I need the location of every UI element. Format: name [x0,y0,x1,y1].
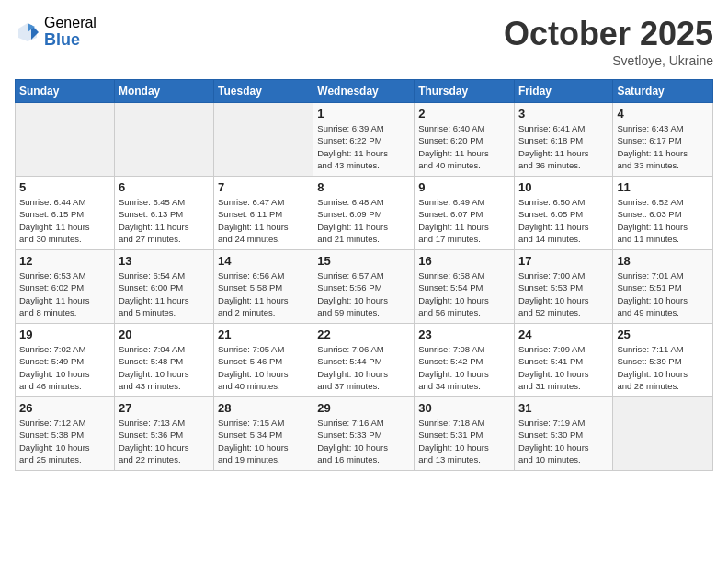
day-info: Sunrise: 7:15 AM Sunset: 5:34 PM Dayligh… [218,417,309,465]
day-info: Sunrise: 7:13 AM Sunset: 5:36 PM Dayligh… [119,417,210,465]
day-info: Sunrise: 6:52 AM Sunset: 6:03 PM Dayligh… [617,196,709,245]
day-info: Sunrise: 7:11 AM Sunset: 5:39 PM Dayligh… [617,343,709,392]
calendar-cell: 21Sunrise: 7:05 AM Sunset: 5:46 PM Dayli… [214,324,313,397]
day-info: Sunrise: 7:00 AM Sunset: 5:53 PM Dayligh… [518,270,609,318]
calendar-cell: 29Sunrise: 7:16 AM Sunset: 5:33 PM Dayli… [313,397,415,471]
day-number: 26 [19,401,110,415]
day-info: Sunrise: 7:18 AM Sunset: 5:31 PM Dayligh… [418,417,510,465]
day-number: 24 [518,327,609,341]
weekday-header-thursday: Thursday [415,80,515,103]
day-number: 14 [218,254,309,268]
calendar-cell: 7Sunrise: 6:47 AM Sunset: 6:11 PM Daylig… [214,177,313,250]
day-info: Sunrise: 7:06 AM Sunset: 5:44 PM Dayligh… [317,343,410,392]
calendar-cell: 24Sunrise: 7:09 AM Sunset: 5:41 PM Dayli… [514,324,612,397]
day-number: 4 [617,107,709,121]
day-number: 11 [617,180,709,194]
day-number: 21 [218,327,309,341]
day-info: Sunrise: 6:54 AM Sunset: 6:00 PM Dayligh… [119,270,210,318]
weekday-header-saturday: Saturday [613,80,713,103]
day-info: Sunrise: 6:39 AM Sunset: 6:22 PM Dayligh… [317,122,410,171]
calendar-week-1: 1Sunrise: 6:39 AM Sunset: 6:22 PM Daylig… [16,103,713,177]
title-area: October 2025 Svetloye, Ukraine [504,15,713,68]
calendar-cell: 17Sunrise: 7:00 AM Sunset: 5:53 PM Dayli… [514,250,612,324]
calendar-cell: 13Sunrise: 6:54 AM Sunset: 6:00 PM Dayli… [114,250,213,324]
day-number: 8 [317,180,410,194]
calendar-cell: 23Sunrise: 7:08 AM Sunset: 5:42 PM Dayli… [415,324,515,397]
calendar-week-3: 12Sunrise: 6:53 AM Sunset: 6:02 PM Dayli… [16,250,713,324]
calendar-cell [613,397,713,471]
weekday-header-row: SundayMondayTuesdayWednesdayThursdayFrid… [16,80,713,103]
calendar-cell: 25Sunrise: 7:11 AM Sunset: 5:39 PM Dayli… [613,324,713,397]
calendar-cell: 12Sunrise: 6:53 AM Sunset: 6:02 PM Dayli… [16,250,115,324]
day-info: Sunrise: 6:41 AM Sunset: 6:18 PM Dayligh… [518,122,609,171]
day-info: Sunrise: 7:19 AM Sunset: 5:30 PM Dayligh… [518,417,609,465]
day-number: 10 [518,180,609,194]
calendar-cell: 2Sunrise: 6:40 AM Sunset: 6:20 PM Daylig… [415,103,515,177]
calendar-cell: 10Sunrise: 6:50 AM Sunset: 6:05 PM Dayli… [514,177,612,250]
day-info: Sunrise: 6:45 AM Sunset: 6:13 PM Dayligh… [119,196,210,245]
day-number: 19 [19,327,110,341]
month-title: October 2025 [504,15,713,53]
calendar-cell: 5Sunrise: 6:44 AM Sunset: 6:15 PM Daylig… [16,177,115,250]
day-number: 20 [119,327,210,341]
day-info: Sunrise: 7:05 AM Sunset: 5:46 PM Dayligh… [218,343,309,392]
calendar-cell: 19Sunrise: 7:02 AM Sunset: 5:49 PM Dayli… [16,324,115,397]
calendar-cell: 14Sunrise: 6:56 AM Sunset: 5:58 PM Dayli… [214,250,313,324]
calendar-cell: 31Sunrise: 7:19 AM Sunset: 5:30 PM Dayli… [514,397,612,471]
calendar-cell: 26Sunrise: 7:12 AM Sunset: 5:38 PM Dayli… [16,397,115,471]
weekday-header-sunday: Sunday [16,80,115,103]
calendar-cell: 18Sunrise: 7:01 AM Sunset: 5:51 PM Dayli… [613,250,713,324]
calendar-cell [114,103,213,177]
calendar-cell: 16Sunrise: 6:58 AM Sunset: 5:54 PM Dayli… [415,250,515,324]
weekday-header-tuesday: Tuesday [214,80,313,103]
calendar-cell: 3Sunrise: 6:41 AM Sunset: 6:18 PM Daylig… [514,103,612,177]
day-number: 5 [19,180,110,194]
logo: General Blue [15,15,97,49]
calendar-week-2: 5Sunrise: 6:44 AM Sunset: 6:15 PM Daylig… [16,177,713,250]
day-number: 25 [617,327,709,341]
day-info: Sunrise: 7:16 AM Sunset: 5:33 PM Dayligh… [317,417,410,465]
day-info: Sunrise: 6:47 AM Sunset: 6:11 PM Dayligh… [218,196,309,245]
day-info: Sunrise: 6:57 AM Sunset: 5:56 PM Dayligh… [317,270,410,318]
day-number: 27 [119,401,210,415]
calendar-cell: 28Sunrise: 7:15 AM Sunset: 5:34 PM Dayli… [214,397,313,471]
logo-text: General Blue [44,15,97,49]
day-info: Sunrise: 6:40 AM Sunset: 6:20 PM Dayligh… [418,122,510,171]
day-number: 23 [418,327,510,341]
location: Svetloye, Ukraine [504,53,713,68]
day-info: Sunrise: 7:12 AM Sunset: 5:38 PM Dayligh… [19,417,110,465]
calendar-table: SundayMondayTuesdayWednesdayThursdayFrid… [15,79,713,471]
calendar-cell: 27Sunrise: 7:13 AM Sunset: 5:36 PM Dayli… [114,397,213,471]
calendar-cell: 15Sunrise: 6:57 AM Sunset: 5:56 PM Dayli… [313,250,415,324]
calendar-cell: 8Sunrise: 6:48 AM Sunset: 6:09 PM Daylig… [313,177,415,250]
day-number: 18 [617,254,709,268]
day-number: 6 [119,180,210,194]
day-info: Sunrise: 6:48 AM Sunset: 6:09 PM Dayligh… [317,196,410,245]
calendar-week-5: 26Sunrise: 7:12 AM Sunset: 5:38 PM Dayli… [16,397,713,471]
calendar-cell: 1Sunrise: 6:39 AM Sunset: 6:22 PM Daylig… [313,103,415,177]
day-info: Sunrise: 6:43 AM Sunset: 6:17 PM Dayligh… [617,122,709,171]
weekday-header-wednesday: Wednesday [313,80,415,103]
logo-blue: Blue [44,31,97,50]
day-info: Sunrise: 6:53 AM Sunset: 6:02 PM Dayligh… [19,270,110,318]
day-number: 15 [317,254,410,268]
logo-general: General [44,15,97,31]
calendar-cell: 6Sunrise: 6:45 AM Sunset: 6:13 PM Daylig… [114,177,213,250]
logo-icon [15,19,40,45]
calendar-cell: 4Sunrise: 6:43 AM Sunset: 6:17 PM Daylig… [613,103,713,177]
day-info: Sunrise: 6:50 AM Sunset: 6:05 PM Dayligh… [518,196,609,245]
day-number: 9 [418,180,510,194]
calendar-cell: 20Sunrise: 7:04 AM Sunset: 5:48 PM Dayli… [114,324,213,397]
day-info: Sunrise: 7:02 AM Sunset: 5:49 PM Dayligh… [19,343,110,392]
day-info: Sunrise: 6:44 AM Sunset: 6:15 PM Dayligh… [19,196,110,245]
day-number: 22 [317,327,410,341]
day-number: 29 [317,401,410,415]
day-number: 12 [19,254,110,268]
page-header: General Blue October 2025 Svetloye, Ukra… [15,15,713,68]
calendar-cell: 22Sunrise: 7:06 AM Sunset: 5:44 PM Dayli… [313,324,415,397]
day-number: 2 [418,107,510,121]
weekday-header-monday: Monday [114,80,213,103]
day-number: 28 [218,401,309,415]
calendar-cell [16,103,115,177]
day-number: 3 [518,107,609,121]
